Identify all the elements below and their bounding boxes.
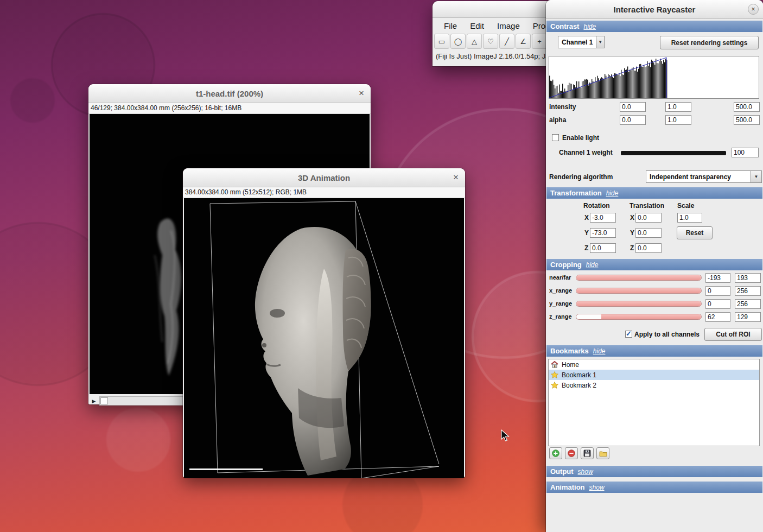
transformation-hide-link[interactable]: hide bbox=[606, 189, 619, 197]
t1-close-button[interactable]: × bbox=[359, 84, 364, 103]
contrast-section-header: Contrast hide bbox=[546, 21, 762, 32]
nearfar-slider[interactable] bbox=[576, 275, 702, 281]
enable-light-checkbox[interactable] bbox=[552, 134, 559, 141]
slice-slider-thumb[interactable] bbox=[100, 397, 108, 404]
polygon-tool-button[interactable]: △ bbox=[467, 34, 482, 49]
bookmarks-header-label: Bookmarks bbox=[550, 347, 589, 355]
cropping-section-header: Cropping hide bbox=[546, 259, 762, 270]
freehand-tool-button[interactable]: ♡ bbox=[483, 34, 498, 49]
yrange-low-field[interactable]: 0 bbox=[705, 299, 730, 309]
translation-x-field[interactable]: 0.0 bbox=[635, 213, 662, 223]
apply-all-channels-checkbox[interactable] bbox=[625, 331, 632, 338]
xrange-low-field[interactable]: 0 bbox=[705, 286, 730, 296]
home-icon bbox=[551, 361, 558, 368]
alpha-label: alpha bbox=[549, 116, 566, 124]
raycaster-titlebar[interactable]: Interactive Raycaster × bbox=[546, 0, 763, 19]
rendering-algorithm-value: Independent transparency bbox=[646, 170, 751, 183]
animation-titlebar[interactable]: 3D Animation × bbox=[183, 168, 465, 187]
save-icon bbox=[583, 449, 591, 457]
animation-close-button[interactable]: × bbox=[453, 168, 459, 187]
channel-weight-field[interactable]: 100 bbox=[732, 148, 759, 157]
apply-all-channels-label: Apply to all channels bbox=[634, 331, 700, 338]
load-bookmarks-button[interactable] bbox=[596, 447, 609, 459]
contrast-histogram-box bbox=[549, 56, 759, 99]
menu-image[interactable]: Image bbox=[491, 20, 526, 32]
oval-tool-button[interactable]: ◯ bbox=[450, 34, 466, 49]
rectangle-icon: ▭ bbox=[438, 37, 445, 46]
scale-field[interactable]: 1.0 bbox=[677, 213, 702, 223]
zrange-slider[interactable] bbox=[576, 314, 702, 320]
channel-select-value: Channel 1 bbox=[558, 36, 596, 48]
rotation-x-field[interactable]: -3.0 bbox=[590, 213, 616, 223]
chevron-down-icon[interactable]: ▼ bbox=[596, 36, 605, 48]
star-icon bbox=[551, 382, 558, 389]
rectangle-tool-button[interactable]: ▭ bbox=[434, 34, 449, 49]
enable-light-label: Enable light bbox=[562, 134, 599, 142]
volume-render-image bbox=[184, 198, 464, 478]
interactive-raycaster-panel: Interactive Raycaster × Contrast hide Ch… bbox=[546, 0, 763, 532]
yrange-slider[interactable] bbox=[576, 301, 702, 307]
alpha-gamma-field[interactable]: 1.0 bbox=[665, 115, 691, 125]
animation-window-title: 3D Animation bbox=[298, 173, 350, 182]
rendering-algorithm-select[interactable]: Independent transparency ▼ bbox=[646, 170, 762, 183]
yrange-label: y_range bbox=[549, 300, 572, 307]
alpha-max-field[interactable]: 500.0 bbox=[734, 115, 760, 125]
zrange-high-field[interactable]: 129 bbox=[735, 312, 761, 322]
chevron-down-icon[interactable]: ▼ bbox=[751, 170, 762, 183]
animation-show-link[interactable]: show bbox=[589, 484, 605, 491]
xrange-slider[interactable] bbox=[576, 288, 702, 294]
xrange-high-field[interactable]: 256 bbox=[735, 286, 761, 296]
bookmark-row-1[interactable]: Bookmark 1 bbox=[549, 370, 759, 380]
add-bookmark-button[interactable] bbox=[549, 447, 562, 459]
cropping-hide-link[interactable]: hide bbox=[586, 261, 599, 269]
intensity-max-field[interactable]: 500.0 bbox=[734, 102, 760, 112]
transformation-section-header: Transformation hide bbox=[546, 187, 762, 199]
translation-y-field[interactable]: 0.0 bbox=[635, 228, 662, 238]
cropping-header-label: Cropping bbox=[550, 261, 582, 269]
reset-transformation-button[interactable]: Reset bbox=[677, 226, 713, 239]
scale-column-label: Scale bbox=[677, 202, 694, 210]
bookmark-row-2[interactable]: Bookmark 2 bbox=[549, 380, 759, 390]
contrast-hide-link[interactable]: hide bbox=[583, 23, 596, 30]
channel-weight-slider[interactable] bbox=[621, 151, 726, 155]
t1-titlebar[interactable]: t1-head.tif (200%) × bbox=[88, 84, 371, 103]
save-bookmarks-button[interactable] bbox=[581, 447, 594, 459]
bookmark-row-home[interactable]: Home bbox=[549, 359, 759, 370]
animation-canvas[interactable] bbox=[184, 198, 464, 478]
translation-z-field[interactable]: 0.0 bbox=[635, 243, 662, 253]
rotation-z-field[interactable]: 0.0 bbox=[590, 243, 616, 253]
nearfar-low-field[interactable]: -193 bbox=[705, 273, 730, 283]
rotation-y-field[interactable]: -73.0 bbox=[590, 228, 616, 238]
menu-edit[interactable]: Edit bbox=[463, 20, 491, 32]
rotation-x-label: X bbox=[584, 214, 589, 221]
angle-tool-button[interactable]: ∠ bbox=[516, 34, 531, 49]
intensity-min-field[interactable]: 0.0 bbox=[620, 102, 646, 112]
xrange-label: x_range bbox=[549, 287, 572, 294]
nearfar-high-field[interactable]: 193 bbox=[735, 273, 761, 283]
bookmark-label: Home bbox=[562, 361, 579, 369]
animation-image-info: 384.00x384.00 mm (512x512); RGB; 1MB bbox=[183, 187, 465, 198]
star-icon bbox=[551, 371, 558, 378]
translation-y-label: Y bbox=[630, 229, 634, 237]
zrange-low-field[interactable]: 62 bbox=[705, 312, 730, 322]
point-tool-button[interactable]: + bbox=[532, 34, 547, 49]
raycaster-close-button[interactable]: × bbox=[748, 4, 759, 15]
bookmark-label: Bookmark 2 bbox=[562, 382, 596, 389]
contrast-histogram[interactable] bbox=[549, 56, 759, 98]
remove-bookmark-button[interactable] bbox=[565, 447, 578, 459]
play-icon[interactable]: ▶ bbox=[90, 397, 98, 405]
yrange-high-field[interactable]: 256 bbox=[735, 299, 761, 309]
menu-file[interactable]: File bbox=[437, 20, 463, 32]
bookmarks-hide-link[interactable]: hide bbox=[593, 347, 606, 355]
channel-select[interactable]: Channel 1 ▼ bbox=[558, 36, 605, 48]
reset-rendering-settings-button[interactable]: Reset rendering settings bbox=[660, 36, 759, 49]
translation-z-label: Z bbox=[630, 244, 634, 252]
cut-off-roi-button[interactable]: Cut off ROI bbox=[704, 328, 762, 341]
intensity-label: intensity bbox=[549, 103, 576, 111]
point-icon: + bbox=[537, 37, 542, 46]
polygon-icon: △ bbox=[472, 37, 477, 46]
line-tool-button[interactable]: ╱ bbox=[499, 34, 514, 49]
output-show-link[interactable]: show bbox=[578, 468, 593, 476]
intensity-gamma-field[interactable]: 1.0 bbox=[665, 102, 691, 112]
alpha-min-field[interactable]: 0.0 bbox=[620, 115, 646, 125]
